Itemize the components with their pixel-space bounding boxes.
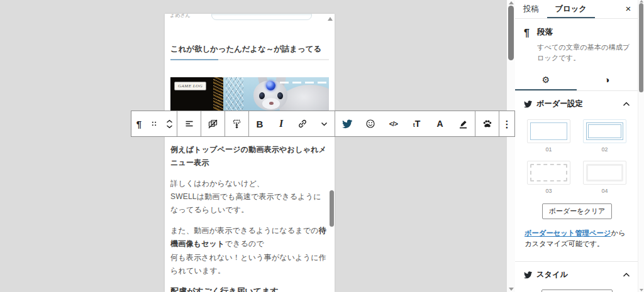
block-card-title: 段落 [537, 27, 631, 38]
toolbar-group-options: ⋮ [499, 111, 514, 136]
post-preview-column: よめさん これが欲しかったんだよな～が詰まってる GAME LOG [165, 14, 335, 292]
tab-styles[interactable]: ◑ [577, 70, 638, 90]
preview-scroll-up-arrow[interactable] [328, 17, 333, 21]
editor-scrollbar-thumb[interactable] [508, 6, 514, 60]
highlighter-button[interactable] [452, 111, 475, 136]
border-panel-title: ボーダー設定 [536, 99, 583, 109]
editor-scroll-up-arrow[interactable] [509, 1, 514, 4]
rabbit-gem [266, 81, 275, 90]
banner-left-panel: GAME LOG [170, 77, 223, 114]
border-preset-grid: 01 02 03 04 [527, 119, 630, 194]
speech-bubble-clipped [211, 14, 312, 20]
paragraph-block-button[interactable]: ¶ [131, 111, 147, 136]
page-scrollbar[interactable] [638, 0, 644, 292]
swell-bird-icon [524, 271, 532, 279]
move-up-down-button[interactable] [162, 111, 177, 136]
options-button[interactable]: ⋮ [499, 111, 514, 136]
copy-style-button[interactable] [201, 111, 225, 136]
toolbar-group-align [177, 111, 201, 136]
tab-settings[interactable]: ⚙ [515, 70, 577, 90]
emoji-icon [365, 119, 375, 129]
page-scroll-down-arrow[interactable] [640, 289, 643, 291]
font-size-button[interactable]: tT [405, 111, 428, 136]
bold-icon: B [257, 119, 264, 129]
toolbar-group-inline-format: B I [249, 111, 335, 136]
block-toolbar: ¶ B I </> tT A ⋮ [131, 111, 515, 137]
italic-button[interactable]: I [270, 111, 292, 136]
font-color-icon: A [436, 119, 443, 128]
font-color-button[interactable]: A [428, 111, 452, 136]
bold-button[interactable]: B [249, 111, 270, 136]
inline-code-icon: </> [389, 121, 398, 127]
border-preset-label: 01 [527, 146, 570, 153]
border-panel-header[interactable]: ボーダー設定 [524, 99, 630, 109]
copy-style-icon [208, 119, 218, 129]
swell-bird-icon [342, 119, 352, 129]
block-card-description: すべての文章の基本の構成ブロックです。 [537, 42, 631, 63]
font-size-icon: tT [413, 119, 421, 129]
rabbit-nose [269, 102, 274, 105]
border-preset-03[interactable]: 03 [527, 161, 570, 194]
banner-logo: GAME LOG [174, 82, 206, 90]
banner-right-panel [223, 77, 329, 114]
settings-sidebar: 投稿 ブロック × ¶ 段落 すべての文章の基本の構成ブロックです。 ⚙ ◑ ボ… [515, 0, 638, 292]
toolbar-group-swell-format: </> tT A [335, 111, 475, 136]
link-icon [297, 119, 308, 129]
options-kebab-icon: ⋮ [502, 119, 512, 129]
align-text-icon [184, 119, 194, 129]
contrast-icon: ◑ [604, 75, 609, 85]
clear-style-button[interactable]: スタイルをクリア [541, 289, 612, 292]
page-scrollbar-thumb[interactable] [639, 3, 643, 92]
height-adjust-button[interactable] [225, 111, 248, 136]
standby-pre: また、動画が表示できるようになるまでの [170, 226, 319, 235]
border-preset-01[interactable]: 01 [527, 119, 570, 153]
swell-bird-icon [524, 100, 532, 108]
more-formats-button[interactable] [313, 111, 335, 136]
detail-line-2: SWELLは動画でも高速で表示できるようになってるらしいです。 [170, 192, 321, 214]
italic-icon: I [279, 119, 283, 129]
paw-button[interactable] [475, 111, 499, 136]
editor-scroll-down-arrow[interactable] [509, 288, 514, 291]
swell-format-button[interactable] [335, 111, 358, 136]
preview-scrollbar-thumb[interactable] [330, 190, 334, 227]
paw-icon [482, 119, 492, 129]
preview-heading-wanted: これが欲しかったんだよな～が詰まってる [170, 44, 329, 60]
border-preset-label: 02 [583, 146, 626, 153]
tab-post[interactable]: 投稿 [515, 0, 547, 18]
preview-paragraph-detail: 詳しくはわからないけど、 SWELLは動画でも高速で表示できるようになってるらし… [170, 177, 329, 217]
border-settings-panel: ボーダー設定 01 02 03 04 ボーダーをクリア ボーダーセット管理ページ… [515, 91, 638, 262]
tab-block[interactable]: ブロック [547, 0, 595, 18]
banner-nav-links [280, 82, 326, 84]
border-preset-02[interactable]: 02 [583, 119, 626, 153]
chevron-up-icon [623, 101, 630, 107]
border-preset-04[interactable]: 04 [583, 161, 626, 194]
style-panel-header[interactable]: スタイル [524, 269, 630, 280]
preview-paragraph-standby: また、動画が表示できるようになるまでの待機画像もセットできるので 何も表示されな… [170, 224, 329, 278]
align-text-button[interactable] [177, 111, 201, 136]
toolbar-group-paw [475, 111, 499, 136]
standby-post: できるので [225, 239, 264, 248]
paragraph-block-icon: ¶ [524, 27, 537, 63]
banner-image: GAME LOG [170, 77, 329, 114]
page-scroll-up-arrow[interactable] [640, 0, 643, 3]
emoji-button[interactable] [358, 111, 382, 136]
standby-line-2: 何も表示されない！という事がないように作られています。 [170, 253, 326, 275]
speech-bubble-speaker-name: よめさん [170, 14, 191, 19]
inline-code-button[interactable]: </> [382, 111, 405, 136]
height-adjust-icon [231, 119, 242, 129]
toolbar-group-block: ¶ [131, 111, 177, 136]
link-button[interactable] [292, 111, 313, 136]
close-sidebar-button[interactable]: × [619, 0, 638, 18]
chevron-up-icon [623, 272, 630, 278]
preview-paragraph-example: 例えばトップページの動画表示やおしゃれメニュー表示 [170, 143, 329, 170]
preview-heading-care: 配慮がすごく行き届いてます [170, 286, 279, 292]
border-panel-note: ボーダーセット管理ページからカスタマイズ可能です。 [525, 228, 630, 250]
style-panel: スタイル スタイルをクリア [515, 262, 638, 292]
border-set-admin-link[interactable]: ボーダーセット管理ページ [525, 229, 611, 237]
border-preset-label: 03 [527, 188, 570, 194]
sidebar-tab-bar: 投稿 ブロック × [515, 0, 638, 19]
gear-icon: ⚙ [541, 75, 550, 85]
editor-scrollbar[interactable] [507, 0, 515, 292]
clear-border-button[interactable]: ボーダーをクリア [542, 203, 613, 219]
drag-handle-button[interactable] [147, 111, 162, 136]
